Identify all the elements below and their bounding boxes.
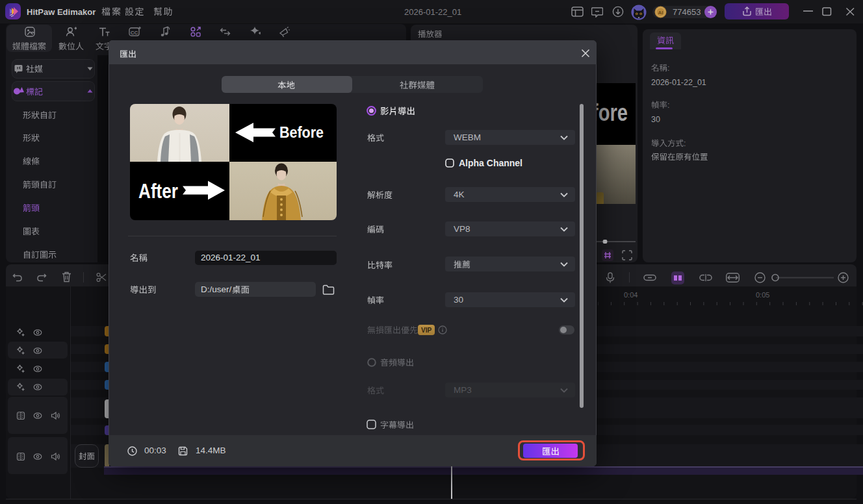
svg-text:fore: fore bbox=[592, 99, 628, 126]
svg-text:After: After bbox=[138, 180, 178, 203]
svg-text:Before: Before bbox=[279, 124, 324, 141]
svg-text:CC: CC bbox=[131, 30, 138, 36]
svg-text:AI: AI bbox=[658, 10, 663, 16]
